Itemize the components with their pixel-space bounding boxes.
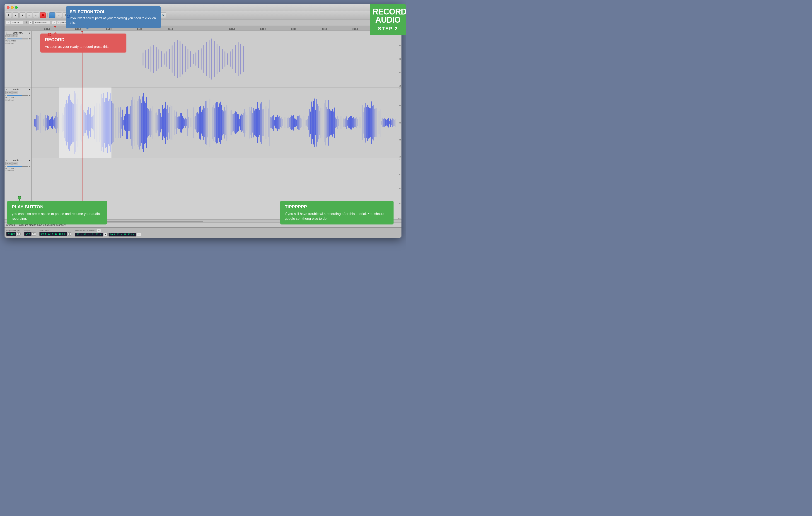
audio-position-select[interactable]: ▼ [67, 233, 71, 236]
badge-step: STEP 2 [373, 26, 403, 32]
record-button[interactable] [40, 12, 46, 18]
traffic-lights [7, 6, 18, 9]
playhead-triangle [54, 26, 56, 28]
ruler-mark: 3:32.0 [248, 28, 278, 30]
selection-field: Start and End of Selection ▼ 00 h 03 m 1… [75, 229, 141, 237]
toolbar-sep-1 [47, 13, 48, 18]
track-row-2: ✕ Audio Tr... ▼ Mute Solo L [4, 87, 402, 158]
vol-label-2: L [5, 94, 6, 96]
snap-to-label: Snap-To [24, 230, 36, 232]
stop-button[interactable]: ■ [20, 12, 25, 18]
titlebar [4, 4, 402, 11]
vol-scale-3: 1.00.50.0-0.5-1.0 [397, 158, 402, 219]
dot-play [18, 196, 21, 200]
play-button[interactable]: ▶ [13, 12, 19, 18]
solo-btn-1[interactable]: Solo [12, 34, 18, 37]
selection-start-value: 00 h 03 m 10.103 s [75, 233, 103, 237]
ruler-mark: 3:14.0 [155, 28, 186, 30]
callout-tip: TIPPPPPP If you still have trouble with … [280, 201, 394, 224]
track-btn-row-3: Mute Solo [5, 162, 31, 165]
playhead-2 [82, 87, 83, 158]
snap-to-select[interactable]: ▼ [32, 233, 36, 236]
callout-record-body: As soon as your ready to record press th… [45, 44, 122, 49]
bottom-bar: Project Rate (Hz) 44100 ▼ Snap-To Off ▼ … [4, 227, 402, 238]
track-controls-2: ✕ Audio Tr... ▼ Mute Solo L [4, 87, 32, 158]
callout-play-heading: PLAY BUTTON [12, 204, 103, 210]
vol-scale-1: 1.00.50.0-0.5-1.0 [397, 31, 402, 87]
minimize-button[interactable] [11, 6, 13, 9]
selection-start-select[interactable]: ▼ [104, 233, 108, 236]
input-bar: CA Core Au... 🎙 🎤 Built-in Micro... 🎤 1 … [4, 20, 402, 26]
solo-btn-2[interactable]: Solo [12, 91, 18, 94]
mic-icon: 🎙 [25, 21, 28, 24]
mute-btn-1[interactable]: Mute [5, 34, 12, 37]
ruler-mark: 3:06.0 [32, 28, 62, 30]
selected-region-2 [59, 87, 112, 158]
callout-record-heading: RECORD [45, 37, 122, 42]
track-list: ✕ EindeVer... ▼ Mute Solo L [4, 31, 402, 220]
track-arrow-3[interactable]: ▼ [29, 159, 31, 162]
skip-start-button[interactable]: ⏮ [26, 12, 32, 18]
mic-item: 🎙 🎤 Built-in Micro... [25, 21, 50, 24]
callout-selection-heading: SELECTION TOOL [70, 9, 157, 14]
snap-to-value: Off [24, 232, 31, 236]
callout-tip-heading: TIPPPPPP [285, 204, 389, 210]
dot-selection [67, 15, 70, 18]
record-audio-badge: RECORDAUDIO STEP 2 [370, 4, 406, 35]
track-name-1: EindeVer... [13, 32, 23, 34]
vol-label-3: L [5, 165, 6, 168]
project-rate-field: Project Rate (Hz) 44100 ▼ [6, 230, 21, 236]
track-close-1[interactable]: ✕ [5, 32, 7, 34]
track-btn-row-2: Mute Solo [5, 91, 31, 94]
track-controls-1: ✕ EindeVer... ▼ Mute Solo L [4, 31, 32, 87]
maximize-button[interactable] [15, 6, 18, 9]
callout-selection: SELECTION TOOL If you want select parts … [66, 6, 161, 28]
mute-btn-2[interactable]: Mute [5, 91, 12, 94]
record-circle [42, 14, 44, 16]
badge-title: RECORDAUDIO [373, 8, 403, 24]
selection-end-value: 00 h 03 m 19.732 s [109, 233, 136, 237]
track-close-2[interactable]: ✕ [5, 89, 7, 91]
selection-label: Start and End of Selection [75, 230, 96, 232]
selection-end-select[interactable]: ▼ [137, 233, 141, 236]
ruler-mark: 3:34.0 [278, 28, 309, 30]
project-rate-select[interactable]: ▼ [17, 233, 21, 236]
track-info-1: Mono, 4410032-bit float [5, 40, 31, 44]
audio-position-label: Audio Position [39, 230, 71, 232]
audio-position-value: 00 h 03 m 10.103 s [39, 232, 67, 236]
track-name-2: Audio Tr... [13, 88, 23, 91]
close-button[interactable] [7, 6, 9, 9]
track-btn-row-1: Mute Solo [5, 34, 31, 37]
core-audio-dropdown[interactable]: Core Au... [11, 21, 23, 24]
pan-label-2: R [29, 94, 31, 96]
core-audio-item: CA Core Au... [6, 21, 23, 24]
ruler-mark: 3:38.0 [340, 28, 371, 30]
ruler-mark: 3:30.0 [216, 28, 248, 30]
pan-bar-1 [7, 38, 22, 39]
pause-button[interactable]: ⏸ [6, 12, 12, 18]
output-volume-button[interactable]: 🔊 [160, 12, 166, 18]
mic-dropdown[interactable]: Built-in Micro... [33, 21, 50, 24]
selection-type-select[interactable]: ▼ [97, 229, 101, 232]
track-arrow-2[interactable]: ▼ [29, 89, 31, 91]
center-line-1 [32, 59, 397, 59]
envelope-tool-button[interactable]: ↔ [56, 12, 62, 18]
solo-btn-3[interactable]: Solo [12, 162, 18, 165]
vol-scale-2: 1.00.50.0-0.5-1.0 [397, 87, 402, 158]
track-info-3: Mono, 4410032-bit float [5, 168, 31, 172]
toolbar: ⏸ ▶ ■ ⏮ ⏭ I ↔ ✱ 🔍 ↔ ✂ ⊕ -42 -39 -36 -33 … [4, 11, 402, 20]
selection-tool-button[interactable]: I [49, 12, 55, 18]
callout-play-body: you can also press space to pause and re… [12, 211, 103, 221]
track-canvas-2[interactable]: 1.00.50.0-0.5-1.0 [32, 87, 402, 158]
project-rate-value: 44100 [6, 232, 16, 236]
vol-label-1: L [5, 38, 6, 40]
callout-record: RECORD As soon as your ready to record p… [40, 33, 126, 53]
ruler: 3:06.0 3:08.0 3:10.0 3:12.0 3:14.0 3:30.… [4, 26, 402, 31]
track-arrow-1[interactable]: ▼ [29, 32, 31, 34]
ruler-mark: 3:10.0 [93, 28, 124, 30]
pan-bar-3 [7, 166, 22, 167]
dot-record [48, 33, 51, 36]
track-close-3[interactable]: ✕ [5, 159, 7, 162]
mute-btn-3[interactable]: Mute [5, 162, 12, 165]
skip-end-button[interactable]: ⏭ [33, 12, 39, 18]
